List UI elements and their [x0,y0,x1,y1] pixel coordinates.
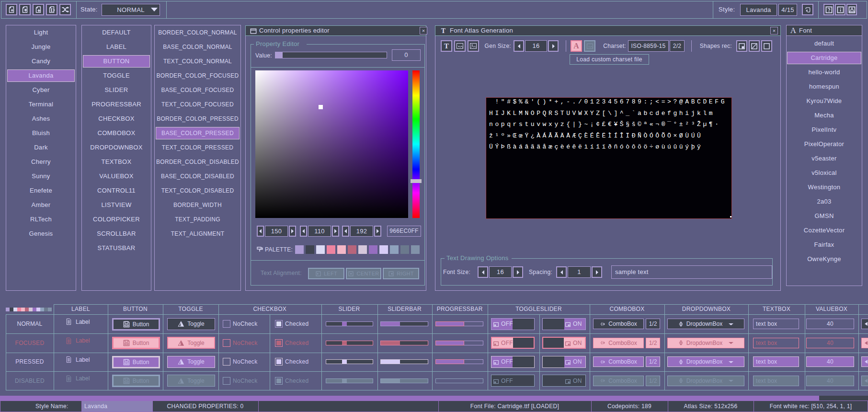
svg-text:T: T [444,42,449,50]
svg-text:T: T [441,27,445,34]
